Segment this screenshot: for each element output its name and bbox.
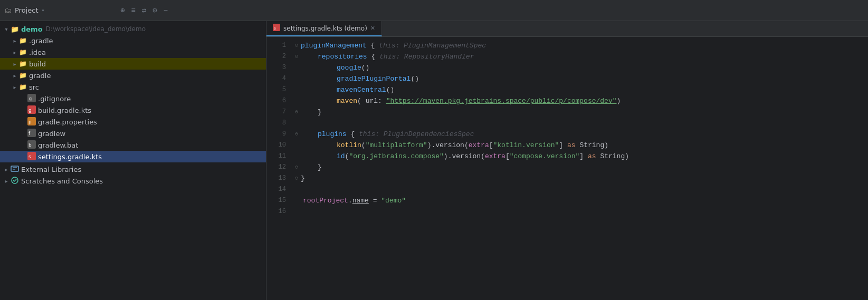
- code-punc-2: {: [367, 51, 379, 62]
- code-line-10: kotlin ( "multiplatform" ) .version( ext…: [294, 140, 868, 151]
- src-label: src: [29, 83, 39, 91]
- add-icon[interactable]: ⊕: [120, 6, 125, 15]
- code-rootproject-15: rootProject: [303, 195, 348, 206]
- code-punc-4: (): [411, 73, 419, 84]
- settings-label: settings.gradle.kts: [38, 153, 102, 161]
- tree-item-demo[interactable]: 📁 demo D:\workspace\idea_demo\demo: [0, 23, 266, 35]
- gradlew-label: gradlew: [38, 130, 65, 138]
- code-line-13: }: [294, 173, 868, 184]
- project-folder-icon: 🗂: [4, 6, 12, 15]
- external-libraries-icon: [11, 164, 19, 175]
- code-str-10: "multiplatform": [366, 140, 427, 151]
- code-dot-version-10: .version(: [431, 140, 468, 151]
- code-punc-5: (): [386, 84, 395, 95]
- code-kw-as-10: as: [567, 140, 576, 151]
- title-bar: 🗂 Project ▾ ⊕ ≡ ⇄ ⚙ −: [0, 0, 868, 21]
- idea-label: .idea: [29, 49, 46, 56]
- code-punc-1: {: [367, 40, 379, 51]
- minimize-icon[interactable]: −: [164, 6, 168, 15]
- code-paren-6: (: [357, 95, 361, 107]
- tree-item-scratches[interactable]: Scratches and Consoles: [0, 175, 266, 187]
- scroll-icon[interactable]: ⇄: [142, 6, 146, 15]
- code-space-6: [382, 95, 386, 107]
- code-kw-as-11: as: [588, 151, 596, 162]
- gradle2-label: gradle: [29, 72, 51, 80]
- demo-path: D:\workspace\idea_demo\demo: [46, 25, 146, 33]
- fold-icon-9[interactable]: [292, 130, 301, 139]
- demo-folder-icon: 📁: [11, 25, 19, 33]
- tree-item-gradlew-bat[interactable]: b gradlew.bat: [0, 139, 266, 151]
- fold-icon-12[interactable]: [292, 163, 301, 172]
- tree-item-settings[interactable]: s settings.gradle.kts: [0, 151, 266, 162]
- tab-close-icon[interactable]: ✕: [370, 25, 375, 32]
- code-area[interactable]: pluginManagement { this: PluginManagemen…: [290, 37, 868, 300]
- code-name-15: name: [352, 195, 369, 206]
- fold-icon-1[interactable]: [292, 42, 301, 50]
- tree-item-external-libraries[interactable]: External Libraries: [0, 163, 266, 175]
- src-folder-icon: 📁: [19, 83, 27, 91]
- tree-item-build[interactable]: 📁 build: [0, 58, 266, 70]
- code-line-12: }: [294, 162, 868, 173]
- title-bar-left: 🗂 Project ▾: [4, 6, 110, 15]
- tree-item-src[interactable]: 📁 src: [0, 81, 266, 93]
- project-chevron-icon[interactable]: ▾: [41, 7, 44, 14]
- tree-item-gradle2[interactable]: 📁 gradle: [0, 70, 266, 81]
- code-line-3: google (): [294, 62, 868, 73]
- code-string-10: String): [576, 140, 608, 151]
- code-hint-1: this: PluginManagementSpec: [379, 40, 486, 51]
- code-fn-5: mavenCentral: [337, 84, 386, 95]
- gradle-folder-icon: 📁: [19, 37, 27, 44]
- editor-area: s settings.gradle.kts (demo) ✕ 1 2 3 4 5…: [266, 21, 868, 300]
- code-dot-version-11: .version(: [448, 151, 485, 162]
- code-punc-9: {: [347, 129, 359, 140]
- fold-icon-2[interactable]: [292, 53, 301, 61]
- code-bracket-open-11: [: [505, 151, 510, 162]
- svg-text:b: b: [28, 142, 32, 148]
- code-close-7: }: [318, 107, 322, 118]
- tree-area[interactable]: 📁 demo D:\workspace\idea_demo\demo 📁 .gr…: [0, 21, 266, 300]
- tab-settings[interactable]: s settings.gradle.kts (demo) ✕: [266, 21, 382, 36]
- title-bar-title: Project: [15, 6, 38, 14]
- code-line-8: [294, 118, 868, 129]
- gradlew-icon: f: [27, 129, 36, 139]
- gradle-label: .gradle: [29, 37, 53, 45]
- tree-item-idea[interactable]: 📁 .idea: [0, 46, 266, 58]
- fold-icon-13[interactable]: [292, 175, 301, 183]
- list-icon[interactable]: ≡: [131, 6, 135, 15]
- tree-item-build-gradle[interactable]: g build.gradle.kts: [0, 104, 266, 116]
- settings-icon[interactable]: ⚙: [152, 6, 157, 15]
- code-str-11: "org.jetbrains.compose": [349, 151, 443, 162]
- code-line-9: plugins { this: PluginDependenciesSpec: [294, 129, 868, 140]
- tree-item-gradle-props[interactable]: p gradle.properties: [0, 116, 266, 128]
- code-as-10: [563, 140, 567, 151]
- code-extra-str-11: "compose.version": [510, 151, 580, 162]
- settings-file-icon: s: [27, 152, 36, 162]
- sidebar: 📁 demo D:\workspace\idea_demo\demo 📁 .gr…: [0, 21, 266, 300]
- code-eq-15: =: [369, 195, 381, 206]
- gradlew-bat-icon: b: [27, 140, 36, 150]
- tree-item-gitignore[interactable]: g .gitignore: [0, 93, 266, 104]
- svg-rect-12: [11, 166, 18, 171]
- demo-label: demo: [21, 25, 43, 33]
- tree-item-gradle[interactable]: 📁 .gradle: [0, 35, 266, 46]
- svg-text:g: g: [28, 108, 32, 113]
- code-hint-9: this: PluginDependenciesSpec: [359, 129, 474, 140]
- code-id-11: id: [337, 151, 345, 162]
- editor-content[interactable]: 1 2 3 4 5 6 7 8 9 10 11 12 13 14 15 16: [266, 37, 868, 300]
- tab-settings-icon: s: [273, 24, 280, 33]
- code-bracket-close-11: ]: [579, 151, 584, 162]
- gitignore-icon: g: [27, 94, 36, 104]
- svg-text:s: s: [274, 26, 276, 31]
- code-close-6: ): [617, 95, 621, 107]
- gitignore-label: .gitignore: [38, 95, 71, 103]
- fold-icon-7[interactable]: [292, 108, 301, 117]
- code-line-16: [294, 206, 868, 217]
- gradlew-bat-label: gradlew.bat: [38, 141, 78, 149]
- tree-item-gradlew[interactable]: f gradlew: [0, 128, 266, 139]
- code-bracket-open-10: [: [489, 140, 493, 151]
- code-dot-15: .: [348, 195, 352, 206]
- tree-arrow-src: [11, 84, 19, 90]
- code-kotlin-10: kotlin: [337, 140, 361, 151]
- tree-arrow-build: [11, 61, 19, 67]
- code-as-11: [584, 151, 588, 162]
